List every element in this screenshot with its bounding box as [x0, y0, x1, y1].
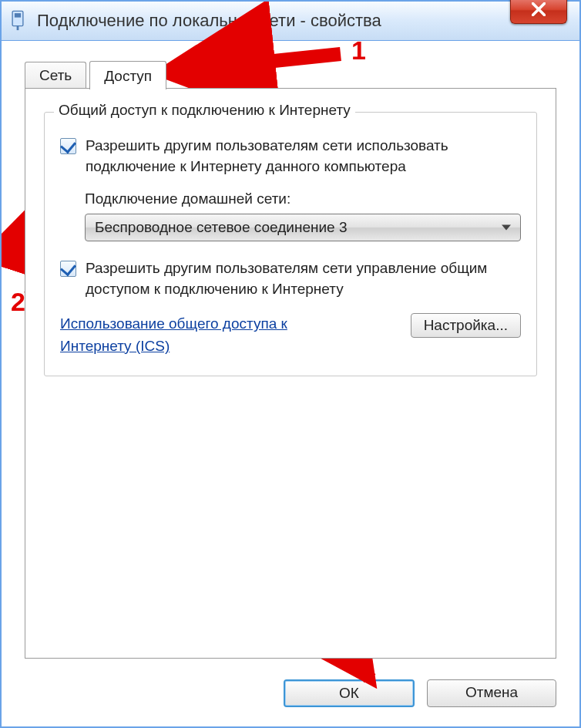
ics-help-link[interactable]: Использование общего доступа к Интернету… [60, 313, 314, 357]
cancel-button[interactable]: Отмена [427, 679, 556, 707]
home-network-label: Подключение домашней сети: [85, 190, 521, 207]
annotation-2: 2 [11, 287, 25, 317]
ics-groupbox: Общий доступ к подключению к Интернету Р… [44, 112, 537, 376]
tab-access[interactable]: Доступ [89, 61, 166, 89]
window-title: Подключение по локальной сети - свойства [37, 11, 381, 31]
dialog-footer: ОК Отмена [284, 679, 556, 707]
ok-button[interactable]: ОК [284, 679, 415, 707]
ics-link-row: Использование общего доступа к Интернету… [60, 313, 521, 357]
network-adapter-icon [9, 11, 26, 31]
tab-panel-access: Общий доступ к подключению к Интернету Р… [25, 88, 556, 659]
tab-network[interactable]: Сеть [25, 62, 86, 89]
home-network-dropdown[interactable]: Беспроводное сетевое соединение 3 [85, 214, 521, 241]
titlebar: Подключение по локальной сети - свойства [2, 2, 579, 41]
allow-share-row: Разрешить другим пользователям сети испо… [60, 136, 521, 177]
tab-strip: Сеть Доступ [25, 58, 556, 89]
close-button[interactable] [510, 0, 567, 24]
allow-manage-row: Разрешить другим пользователям сети упра… [60, 258, 521, 299]
allow-manage-checkbox[interactable] [60, 261, 76, 277]
client-area: Сеть Доступ Общий доступ к подключению к… [2, 41, 579, 727]
settings-button[interactable]: Настройка... [411, 313, 521, 338]
allow-manage-label: Разрешить другим пользователям сети упра… [86, 258, 521, 299]
close-icon [532, 2, 546, 20]
annotation-1: 1 [351, 35, 366, 66]
dropdown-selected: Беспроводное сетевое соединение 3 [95, 219, 347, 236]
svg-rect-1 [15, 13, 21, 18]
allow-share-label: Разрешить другим пользователям сети испо… [86, 136, 521, 177]
chevron-down-icon [502, 225, 511, 231]
properties-dialog: Подключение по локальной сети - свойства… [0, 0, 581, 728]
allow-share-checkbox[interactable] [60, 138, 76, 154]
group-legend: Общий доступ к подключению к Интернету [54, 102, 355, 119]
